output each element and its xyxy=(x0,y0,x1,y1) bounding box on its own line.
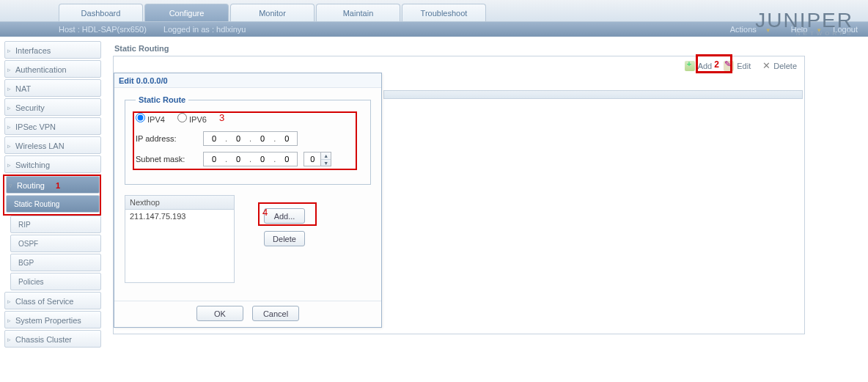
nexthop-add-button[interactable]: Add... xyxy=(264,208,305,224)
mask-octet-1[interactable] xyxy=(204,155,224,164)
context-left: Host : HDL-SAP(srx650) Logged in as : hd… xyxy=(59,25,260,34)
ip-address-row: IP address: . . . xyxy=(136,131,360,146)
tab-dashboard[interactable]: Dashboard xyxy=(59,4,143,21)
add-button[interactable]: Add xyxy=(680,59,717,73)
tab-maintain[interactable]: Maintain xyxy=(316,4,400,21)
sidebar-item-class-of-service[interactable]: Class of Service xyxy=(4,292,101,309)
annotation-number-4: 4 xyxy=(262,207,268,218)
sidebar-item-system-properties[interactable]: System Properties xyxy=(4,311,101,328)
annotation-highlight-1: Routing 1 Static Routing xyxy=(3,175,101,216)
sidebar-item-interfaces[interactable]: Interfaces xyxy=(4,41,101,59)
sidebar-item-chassis-cluster[interactable]: Chassis Cluster xyxy=(4,330,101,348)
subnet-mask-input-group: . . . xyxy=(203,152,298,166)
top-tab-bar: Dashboard Configure Monitor Maintain Tro… xyxy=(0,0,868,22)
annotation-number-3: 3 xyxy=(219,112,224,123)
dialog-body: Static Route IPV4 IPV6 3 xyxy=(114,88,381,301)
ipv4-option[interactable]: IPV4 xyxy=(136,115,167,124)
sidebar: Interfaces Authentication NAT Security I… xyxy=(0,37,101,382)
mask-bits-group: ▲ ▼ xyxy=(304,152,331,166)
sidebar-sub-rip[interactable]: RIP xyxy=(10,216,101,233)
edit-route-dialog: Edit 0.0.0.0/0 Static Route IPV4 xyxy=(114,73,382,328)
sidebar-sub-ospf[interactable]: OSPF xyxy=(10,235,101,252)
ip-address-input-group: . . . xyxy=(203,131,298,146)
nexthop-buttons: Add... Delete xyxy=(264,195,305,283)
ok-button[interactable]: OK xyxy=(196,306,243,321)
mask-octet-2[interactable] xyxy=(228,155,249,164)
spinner-up-icon[interactable]: ▲ xyxy=(321,153,331,160)
annotation-number-1: 1 xyxy=(56,181,60,190)
dialog-footer: OK Cancel xyxy=(114,301,381,326)
grid-header-strip xyxy=(383,90,803,99)
sidebar-item-label: Routing xyxy=(17,181,45,190)
subnet-mask-label: Subnet mask: xyxy=(136,155,203,164)
ip-octet-3[interactable] xyxy=(252,134,273,143)
ip-octet-4[interactable] xyxy=(276,134,297,143)
page-title: Static Routing xyxy=(114,44,856,53)
ip-version-row: IPV4 IPV6 3 xyxy=(136,113,360,124)
host-label: Host : HDL-SAP(srx650) xyxy=(59,25,147,34)
sidebar-item-routing[interactable]: Routing 1 xyxy=(6,176,100,194)
tab-configure[interactable]: Configure xyxy=(144,4,229,21)
sidebar-sub-policies[interactable]: Policies xyxy=(10,273,101,290)
fieldset-legend: Static Route xyxy=(136,95,188,104)
sidebar-item-wireless-lan[interactable]: Wireless LAN xyxy=(4,136,101,154)
add-icon xyxy=(685,61,695,71)
dialog-title: Edit 0.0.0.0/0 xyxy=(114,73,381,88)
mask-octet-3[interactable] xyxy=(252,155,273,164)
sidebar-sub-static-routing[interactable]: Static Routing xyxy=(6,195,100,213)
login-label: Logged in as : hdlxinyu xyxy=(163,25,246,34)
delete-icon: ✕ xyxy=(762,60,770,71)
ip-octet-1[interactable] xyxy=(204,134,224,143)
ipv6-radio[interactable] xyxy=(177,113,187,122)
content-area: Static Routing Add Edit ✕ Delete 2 xyxy=(101,37,868,382)
subnet-mask-row: Subnet mask: . . . xyxy=(136,152,360,166)
nexthop-delete-button[interactable]: Delete xyxy=(264,231,305,246)
context-bar: Host : HDL-SAP(srx650) Logged in as : hd… xyxy=(0,22,868,37)
sidebar-item-security[interactable]: Security xyxy=(4,98,101,116)
logo-main: JUNIPER xyxy=(755,10,853,31)
sidebar-item-switching[interactable]: Switching xyxy=(4,155,101,173)
mask-octet-4[interactable] xyxy=(276,155,297,164)
sidebar-item-ipsec-vpn[interactable]: IPSec VPN xyxy=(4,117,101,135)
main-layout: Interfaces Authentication NAT Security I… xyxy=(0,37,868,382)
spinner-down-icon[interactable]: ▼ xyxy=(321,160,331,166)
add-button-label: Add xyxy=(698,62,713,70)
sidebar-item-nat[interactable]: NAT xyxy=(4,79,101,97)
main-panel: Add Edit ✕ Delete 2 Edit 0.0.0.0/0 xyxy=(113,56,805,334)
ip-octet-2[interactable] xyxy=(228,134,249,143)
logo: JUNIPER NETWORKS xyxy=(755,10,853,37)
tab-troubleshoot[interactable]: Troubleshoot xyxy=(402,4,486,21)
sidebar-item-authentication[interactable]: Authentication xyxy=(4,60,101,78)
nexthop-area: Nexthop 211.147.75.193 Add... Delete 4 xyxy=(125,195,371,283)
mask-bits-input[interactable] xyxy=(304,152,321,166)
ipv4-radio[interactable] xyxy=(136,113,145,122)
mask-bits-spinner[interactable]: ▲ ▼ xyxy=(321,152,331,166)
static-route-fieldset: Static Route IPV4 IPV6 3 xyxy=(125,95,371,185)
nexthop-row[interactable]: 211.147.75.193 xyxy=(125,210,234,223)
ip-address-label: IP address: xyxy=(136,134,203,143)
toolbar: Add Edit ✕ Delete xyxy=(680,58,801,73)
nexthop-header: Nexthop xyxy=(125,196,234,210)
edit-icon xyxy=(724,61,734,71)
ipv6-option[interactable]: IPV6 xyxy=(177,115,207,124)
logo-sub: NETWORKS xyxy=(755,31,853,37)
ipv6-label: IPV6 xyxy=(189,115,207,124)
cancel-button[interactable]: Cancel xyxy=(252,306,299,321)
tab-monitor[interactable]: Monitor xyxy=(230,4,315,21)
delete-button-label: Delete xyxy=(773,62,797,70)
edit-button-label: Edit xyxy=(737,62,751,70)
delete-button[interactable]: ✕ Delete xyxy=(758,58,801,73)
ipv4-label: IPV4 xyxy=(147,115,165,124)
sidebar-sub-bgp[interactable]: BGP xyxy=(10,254,101,271)
edit-button[interactable]: Edit xyxy=(719,59,755,73)
nexthop-list[interactable]: Nexthop 211.147.75.193 xyxy=(125,195,235,283)
